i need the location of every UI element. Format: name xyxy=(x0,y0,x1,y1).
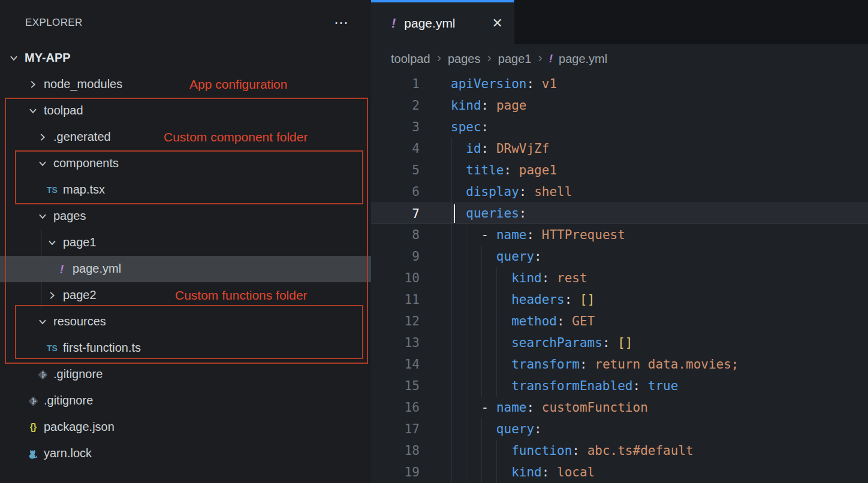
breadcrumb: toolpad›pages›page1›!page.yml xyxy=(371,44,868,73)
line-number: 12 xyxy=(371,310,420,332)
code-line-19[interactable]: 19 kind: local xyxy=(371,461,868,483)
text-cursor xyxy=(454,204,455,223)
twisty-slot xyxy=(37,315,49,328)
typescript-icon: TS xyxy=(47,185,58,195)
tree-item-my-app[interactable]: MY-APP xyxy=(0,45,371,71)
yaml-warning-icon: ! xyxy=(391,16,396,31)
tree-item-page2[interactable]: page2 xyxy=(0,282,371,309)
breadcrumb-item-toolpad[interactable]: toolpad xyxy=(391,52,430,66)
code-line-1[interactable]: 1apiVersion: v1 xyxy=(371,73,868,95)
tree-item-label: page1 xyxy=(63,236,97,249)
code-line-content[interactable]: title: page1 xyxy=(451,159,868,181)
code-line-10[interactable]: 10 kind: rest xyxy=(371,267,868,289)
file-icon-slot xyxy=(27,447,39,460)
code-line-18[interactable]: 18 function: abc.ts#default xyxy=(371,440,868,461)
code-line-content[interactable]: transformEnabled: true xyxy=(451,375,868,397)
tree-item-label: first-function.ts xyxy=(63,342,141,355)
tree-item-label: components xyxy=(53,157,119,170)
code-line-8[interactable]: 8 - name: HTTPrequest xyxy=(371,224,868,246)
file-icon-slot xyxy=(37,368,49,381)
twisty-slot xyxy=(27,78,39,91)
code-line-content[interactable]: kind: rest xyxy=(451,267,868,289)
tree-item-node-modules[interactable]: node_modules xyxy=(0,71,371,98)
tree-item-package-json[interactable]: {}package.json xyxy=(0,414,371,440)
code-line-content[interactable]: function: abc.ts#default xyxy=(451,440,868,461)
code-line-content[interactable]: kind: page xyxy=(451,95,868,116)
tree-item-pages[interactable]: pages xyxy=(0,203,371,230)
code-line-content[interactable]: kind: local xyxy=(451,461,868,483)
tree-item-first-function-ts[interactable]: TSfirst-function.ts xyxy=(0,335,371,361)
tree-item-toolpad[interactable]: toolpad xyxy=(0,98,371,124)
breadcrumb-item-page-yml[interactable]: !page.yml xyxy=(549,52,607,66)
line-number: 17 xyxy=(371,418,420,440)
tree-item-label: .gitignore xyxy=(44,394,93,407)
chevron-down-icon xyxy=(28,105,38,116)
code-line-5[interactable]: 5 title: page1 xyxy=(371,159,868,181)
code-line-11[interactable]: 11 headers: [] xyxy=(371,289,868,310)
tree-item-label: MY-APP xyxy=(25,52,71,65)
tree-item-label: node_modules xyxy=(44,78,122,91)
tree-item-label: map.tsx xyxy=(63,183,105,197)
tree-item-label: page2 xyxy=(63,289,97,302)
code-line-14[interactable]: 14 transform: return data.movies; xyxy=(371,354,868,375)
code-line-3[interactable]: 3spec: xyxy=(371,116,868,138)
editor-pane: ! page.yml ✕ toolpad›pages›page1›!page.y… xyxy=(371,0,868,483)
tree-item-resources[interactable]: resources xyxy=(0,309,371,335)
explorer-sidebar: EXPLORER ⋯ MY-APPnode_modulestoolpad.gen… xyxy=(0,0,371,483)
breadcrumb-item-pages[interactable]: pages xyxy=(448,52,481,66)
breadcrumb-item-page1[interactable]: page1 xyxy=(498,52,532,66)
breadcrumb-separator-icon: › xyxy=(437,50,441,68)
json-braces-icon: {} xyxy=(30,422,36,433)
tree-item-yarn-lock[interactable]: yarn.lock xyxy=(0,440,371,467)
tree-item-label: toolpad xyxy=(44,104,83,117)
tree-item-page-yml[interactable]: !page.yml xyxy=(0,256,371,282)
code-line-content[interactable]: searchParams: [] xyxy=(451,332,868,354)
code-line-16[interactable]: 16 - name: customFunction xyxy=(371,397,868,418)
code-line-content[interactable]: query: xyxy=(451,418,868,440)
chevron-right-icon xyxy=(47,290,58,301)
breadcrumb-separator-icon: › xyxy=(487,50,491,68)
code-line-content[interactable]: display: shell xyxy=(451,181,868,203)
code-line-content[interactable]: spec: xyxy=(451,116,868,138)
code-line-9[interactable]: 9 query: xyxy=(371,246,868,267)
yaml-warning-icon: ! xyxy=(60,262,64,276)
code-line-content[interactable]: transform: return data.movies; xyxy=(451,354,868,375)
code-line-content[interactable]: - name: customFunction xyxy=(451,397,868,418)
file-icon-slot: ! xyxy=(56,262,68,276)
code-line-content[interactable]: id: DRwVjZf xyxy=(451,138,868,159)
twisty-slot xyxy=(37,157,49,170)
code-line-content[interactable]: headers: [] xyxy=(451,289,868,310)
tab-page-yml[interactable]: ! page.yml ✕ xyxy=(371,0,514,44)
code-line-7[interactable]: 7 queries: xyxy=(371,203,868,224)
code-line-17[interactable]: 17 query: xyxy=(371,418,868,440)
code-line-12[interactable]: 12 method: GET xyxy=(371,310,868,332)
tree-item-map-tsx[interactable]: TSmap.tsx xyxy=(0,177,371,203)
code-line-content[interactable]: query: xyxy=(451,246,868,267)
line-number: 18 xyxy=(371,440,420,461)
git-icon xyxy=(28,396,39,407)
code-line-15[interactable]: 15 transformEnabled: true xyxy=(371,375,868,397)
tree-item-page1[interactable]: page1 xyxy=(0,230,371,256)
tree-item--gitignore[interactable]: .gitignore xyxy=(0,388,371,414)
code-line-content[interactable]: queries: xyxy=(451,203,868,224)
code-line-content[interactable]: - name: HTTPrequest xyxy=(451,224,868,246)
chevron-down-icon xyxy=(47,237,58,248)
close-tab-icon[interactable]: ✕ xyxy=(492,17,503,30)
line-number: 15 xyxy=(371,375,420,397)
code-line-content[interactable]: apiVersion: v1 xyxy=(451,73,868,95)
line-number: 8 xyxy=(371,224,420,246)
code-line-4[interactable]: 4 id: DRwVjZf xyxy=(371,138,868,159)
twisty-slot xyxy=(46,289,58,302)
explorer-title: EXPLORER xyxy=(25,17,83,29)
line-number: 6 xyxy=(371,181,420,203)
twisty-slot xyxy=(37,131,49,144)
code-line-2[interactable]: 2kind: page xyxy=(371,95,868,116)
tree-item--gitignore[interactable]: .gitignore xyxy=(0,361,371,388)
more-actions-icon[interactable]: ⋯ xyxy=(334,16,349,30)
tree-item-components[interactable]: components xyxy=(0,150,371,177)
code-line-content[interactable]: method: GET xyxy=(451,310,868,332)
tree-item--generated[interactable]: .generated xyxy=(0,124,371,150)
breadcrumb-separator-icon: › xyxy=(538,50,542,68)
code-line-6[interactable]: 6 display: shell xyxy=(371,181,868,203)
code-line-13[interactable]: 13 searchParams: [] xyxy=(371,332,868,354)
